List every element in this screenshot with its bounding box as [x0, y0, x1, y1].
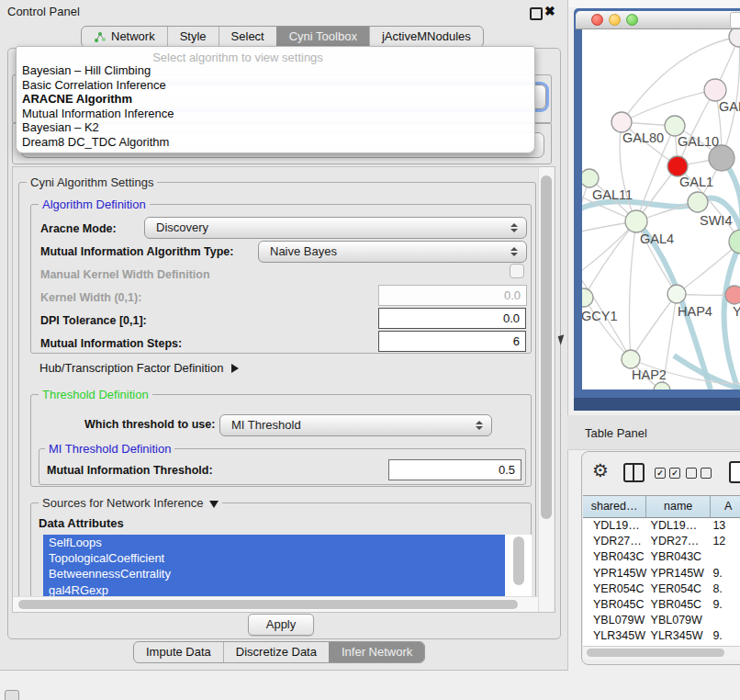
network-edge[interactable]	[722, 37, 740, 158]
table-row[interactable]: YBR045CYBR045C9.	[583, 597, 740, 613]
table-scrollbar-thumb[interactable]	[587, 649, 724, 657]
split-columns-icon[interactable]	[623, 463, 645, 482]
tab-discretize-data[interactable]: Discretize Data	[223, 642, 329, 662]
algorithm-option[interactable]: Bayesian – K2	[22, 120, 174, 135]
horizontal-scrollbar-thumb[interactable]	[18, 600, 518, 609]
algorithm-option[interactable]: Bayesian – Hill Climbing	[22, 63, 174, 78]
vertical-scrollbar[interactable]	[538, 167, 554, 612]
network-icon	[94, 30, 107, 43]
table-row[interactable]: YBL079WYBL079W	[583, 613, 740, 628]
tab-style[interactable]: Style	[167, 27, 219, 47]
table-cell: YBR043C	[583, 549, 647, 565]
apply-button[interactable]: Apply	[248, 614, 314, 636]
node-pink1[interactable]	[704, 79, 726, 101]
hub-definition-expander[interactable]: Hub/Transcription Factor Definition	[39, 361, 239, 375]
collapsed-panel-icon[interactable]	[5, 690, 19, 700]
table-row[interactable]: YBR043CYBR043C	[583, 549, 740, 565]
table-panel-window: ⚙ ✓✓ shared…nameA YDL19…YDL19…13YDR27…YD…	[581, 451, 740, 665]
network-edge[interactable]	[629, 221, 636, 359]
tab-cyni-toolbox[interactable]: Cyni Toolbox	[276, 27, 369, 47]
node-gcy1[interactable]	[582, 288, 593, 307]
expand-arrow-icon	[231, 364, 239, 373]
table-cell: YDR27…	[647, 534, 712, 549]
close-traffic-light[interactable]	[591, 14, 603, 26]
control-panel-tabs: NetworkStyleSelectCyni ToolboxjActiveMNo…	[81, 26, 484, 48]
table-cell: YBR045C	[647, 597, 712, 613]
table-row[interactable]: YPR145WYPR145W9.	[583, 566, 740, 581]
table-cell: 8.	[711, 581, 740, 597]
mi-threshold-field[interactable]: 0.5	[388, 459, 521, 480]
node-gal4[interactable]	[625, 210, 647, 232]
node-gal10[interactable]	[665, 116, 685, 136]
close-icon[interactable]: ✖	[544, 4, 555, 18]
node-bottom[interactable]	[654, 382, 670, 390]
node-gray[interactable]	[709, 145, 734, 171]
mi-algorithm-value: Naive Bayes	[270, 242, 337, 262]
attribute-list-item[interactable]: SelfLoops	[43, 535, 505, 550]
algorithm-option[interactable]: ARACNE Algorithm	[22, 92, 174, 107]
titlebar-widget[interactable]	[730, 12, 740, 28]
mi-algorithm-combo[interactable]: Naive Bayes	[258, 241, 527, 263]
node-swi4[interactable]	[688, 192, 708, 212]
aracne-mode-combo[interactable]: Discovery	[144, 217, 527, 239]
attribute-list-item[interactable]: TopologicalCoefficient	[43, 550, 505, 566]
float-window-icon[interactable]	[530, 7, 543, 20]
tab-select[interactable]: Select	[219, 27, 276, 47]
node-hap4[interactable]	[667, 285, 686, 303]
tab-jactivemnodules[interactable]: jActiveMNodules	[369, 27, 483, 47]
kernel-width-field[interactable]: 0.0	[378, 285, 527, 306]
table-row[interactable]: YER054CYER054C8.	[583, 581, 740, 597]
node-label: GAL	[719, 99, 740, 114]
table-row[interactable]: YLR345WYLR345W9.	[583, 628, 740, 644]
node-gal11[interactable]	[582, 169, 599, 187]
node-hap2[interactable]	[622, 350, 640, 368]
table-cell: YBR045C	[583, 597, 647, 613]
gear-icon[interactable]: ⚙	[592, 459, 609, 481]
attribute-list-item[interactable]: BetweennessCentrality	[43, 566, 505, 581]
table-horizontal-scrollbar[interactable]	[583, 646, 740, 660]
node-pink2[interactable]	[611, 112, 632, 132]
column-header[interactable]: name	[646, 496, 711, 517]
tab-impute-data[interactable]: Impute Data	[134, 642, 223, 662]
hub-definition-label: Hub/Transcription Factor Definition	[39, 361, 223, 375]
data-attributes-list[interactable]: SelfLoopsTopologicalCoefficientBetweenne…	[43, 535, 532, 598]
dpi-tolerance-label: DPI Tolerance [0,1]:	[40, 314, 147, 327]
network-canvas[interactable]: GALGAL80GAL10GAL1GAL11SWI4GAL4HAP4YGCY1H…	[582, 29, 740, 390]
network-edge[interactable]	[631, 294, 677, 359]
minimize-traffic-light[interactable]	[609, 14, 621, 26]
node-label: GAL1	[679, 175, 713, 189]
node-red[interactable]	[667, 156, 688, 176]
table-cell: YLR345W	[583, 628, 647, 644]
clear-checkboxes-icon[interactable]	[686, 468, 712, 479]
combo-spinner-icon	[510, 247, 518, 256]
cyni-settings-title: Cyni Algorithm Settings	[27, 175, 157, 189]
tab-infer-network[interactable]: Infer Network	[329, 642, 424, 662]
tab-network[interactable]: Network	[82, 27, 167, 47]
table-row[interactable]: YDR27…YDR27…12	[583, 534, 740, 549]
tab-label: Select	[231, 27, 264, 47]
select-all-checkboxes-icon[interactable]: ✓✓	[655, 468, 680, 479]
network-edge[interactable]	[584, 221, 636, 298]
dpi-tolerance-field[interactable]: 0.0	[378, 308, 526, 329]
algorithm-option[interactable]: Basic Correlation Inference	[22, 78, 174, 93]
column-header[interactable]: shared…	[583, 496, 646, 517]
export-table-icon[interactable]	[729, 461, 740, 483]
column-header[interactable]: A	[711, 496, 740, 517]
table-cell	[711, 613, 740, 628]
table-cell: YBL079W	[583, 613, 647, 628]
table-row[interactable]: YDL19…YDL19…13	[583, 518, 740, 534]
network-edge[interactable]	[584, 298, 631, 359]
vertical-scrollbar-thumb[interactable]	[541, 175, 552, 519]
list-scrollbar-thumb[interactable]	[513, 536, 524, 585]
table-cell: 9.	[711, 597, 740, 613]
algorithm-option[interactable]: Mutual Information Inference	[22, 107, 174, 121]
table-body: YDL19…YDL19…13YDR27…YDR27…12YBR043CYBR04…	[583, 518, 740, 660]
node-top[interactable]	[729, 29, 740, 47]
node-salmon[interactable]	[725, 286, 740, 304]
algorithm-option[interactable]: Dream8 DC_TDC Algorithm	[22, 135, 174, 150]
zoom-traffic-light[interactable]	[626, 14, 638, 26]
which-threshold-combo[interactable]: MI Threshold	[219, 414, 492, 436]
manual-kernel-checkbox[interactable]	[510, 264, 524, 278]
mi-steps-field[interactable]: 6	[378, 331, 526, 352]
horizontal-scrollbar[interactable]	[13, 596, 538, 613]
